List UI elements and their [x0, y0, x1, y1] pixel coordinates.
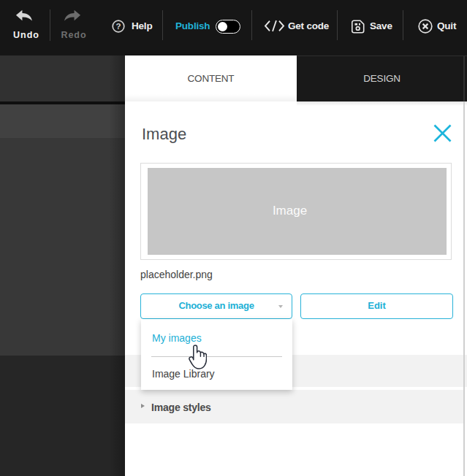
svg-text:?: ? — [115, 22, 121, 31]
